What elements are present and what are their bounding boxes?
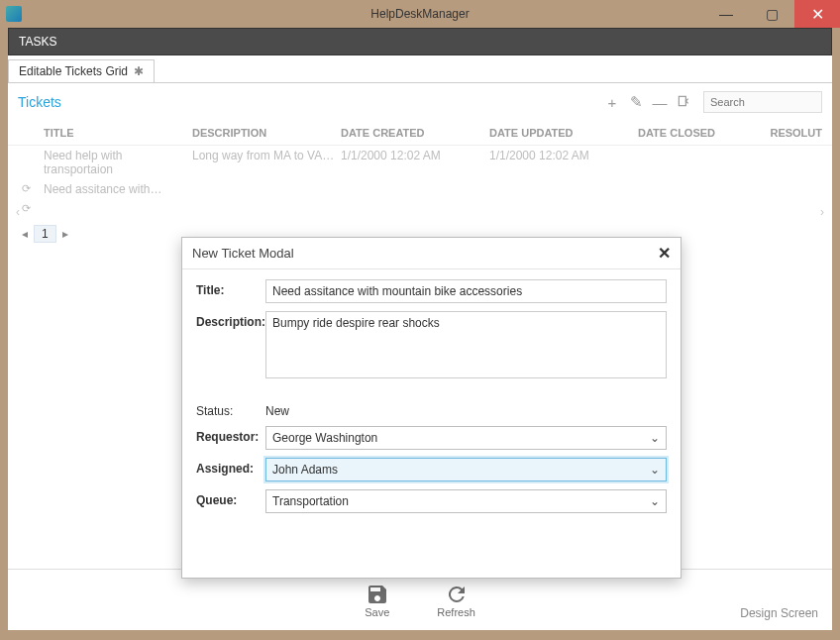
pager-current[interactable]: 1 bbox=[34, 225, 56, 243]
scroll-right-icon[interactable]: › bbox=[820, 205, 824, 219]
loading-icon: ⟳ bbox=[22, 202, 31, 215]
content-area: Tickets + ✎ — 🔍 TITLE DESCRIPTION DATE C… bbox=[8, 83, 832, 630]
label-status: Status: bbox=[196, 400, 265, 418]
refresh-icon bbox=[445, 583, 469, 606]
grid-header: TITLE DESCRIPTION DATE CREATED DATE UPDA… bbox=[8, 123, 832, 146]
status-value: New bbox=[265, 400, 289, 418]
label-description: Description: bbox=[196, 311, 265, 329]
tab-label: Editable Tickets Grid bbox=[19, 64, 128, 78]
tickets-heading[interactable]: Tickets bbox=[18, 94, 61, 110]
refresh-button[interactable]: Refresh bbox=[437, 583, 475, 618]
title-input[interactable] bbox=[265, 279, 667, 303]
cell-created: 1/1/2000 12:02 AM bbox=[341, 149, 489, 176]
export-icon[interactable] bbox=[675, 94, 692, 111]
design-screen-link[interactable]: Design Screen bbox=[740, 606, 818, 620]
label-title: Title: bbox=[196, 279, 265, 297]
cell-title: Need help with transportaion bbox=[44, 149, 192, 176]
requestor-value: George Washington bbox=[272, 431, 377, 445]
assigned-value: John Adams bbox=[272, 463, 338, 477]
search-input[interactable] bbox=[710, 96, 840, 108]
app-icon bbox=[6, 6, 22, 22]
col-description[interactable]: DESCRIPTION bbox=[192, 127, 341, 139]
modal-header[interactable]: New Ticket Modal ✕ bbox=[182, 238, 681, 269]
table-row[interactable]: ⟳ bbox=[8, 199, 832, 205]
window-controls: — ▢ ✕ bbox=[703, 0, 840, 28]
table-row[interactable]: ⟳ Need assitance with… bbox=[8, 179, 832, 199]
col-resolution[interactable]: RESOLUT bbox=[757, 127, 832, 139]
col-title[interactable]: TITLE bbox=[44, 127, 192, 139]
ribbon-tab-tasks[interactable]: TASKS bbox=[9, 29, 66, 54]
cell-description: Long way from MA to VA… bbox=[192, 149, 341, 176]
pin-icon[interactable]: ✱ bbox=[134, 64, 144, 78]
ribbon: TASKS bbox=[8, 28, 832, 55]
cell-updated: 1/1/2000 12:02 AM bbox=[489, 149, 638, 176]
cell-title: Need assitance with… bbox=[44, 182, 192, 196]
grid-toolbar: Tickets + ✎ — 🔍 bbox=[8, 83, 832, 117]
document-tabs: Editable Tickets Grid ✱ bbox=[8, 55, 832, 83]
save-button[interactable]: Save bbox=[365, 583, 389, 618]
search-box[interactable]: 🔍 bbox=[703, 91, 822, 113]
assigned-select[interactable]: John Adams ⌄ bbox=[265, 458, 667, 481]
window-titlebar: HelpDeskManager — ▢ ✕ bbox=[0, 0, 840, 28]
col-date-created[interactable]: DATE CREATED bbox=[341, 127, 489, 139]
save-label: Save bbox=[365, 606, 389, 618]
tab-editable-tickets-grid[interactable]: Editable Tickets Grid ✱ bbox=[8, 59, 155, 82]
remove-icon[interactable]: — bbox=[651, 94, 669, 111]
close-button[interactable]: ✕ bbox=[794, 0, 840, 28]
col-date-updated[interactable]: DATE UPDATED bbox=[489, 127, 638, 139]
save-icon bbox=[366, 583, 389, 606]
requestor-select[interactable]: George Washington ⌄ bbox=[265, 426, 667, 450]
col-date-closed[interactable]: DATE CLOSED bbox=[638, 127, 757, 139]
new-ticket-modal: New Ticket Modal ✕ Title: Description: B… bbox=[181, 237, 682, 579]
queue-value: Transportation bbox=[272, 494, 349, 508]
scroll-left-icon[interactable]: ‹ bbox=[16, 205, 20, 219]
chevron-down-icon: ⌄ bbox=[650, 494, 660, 508]
label-assigned: Assigned: bbox=[196, 458, 265, 476]
modal-title: New Ticket Modal bbox=[192, 246, 294, 261]
add-icon[interactable]: + bbox=[603, 94, 621, 111]
tickets-grid: TITLE DESCRIPTION DATE CREATED DATE UPDA… bbox=[8, 123, 832, 219]
modal-close-icon[interactable]: ✕ bbox=[658, 244, 671, 263]
loading-icon: ⟳ bbox=[22, 182, 31, 195]
description-input[interactable]: Bumpy ride despire rear shocks bbox=[265, 311, 667, 378]
minimize-button[interactable]: — bbox=[703, 0, 749, 28]
maximize-button[interactable]: ▢ bbox=[749, 0, 794, 28]
svg-rect-0 bbox=[679, 96, 685, 105]
pager-prev[interactable]: ◂ bbox=[22, 227, 28, 241]
label-queue: Queue: bbox=[196, 489, 265, 507]
chevron-down-icon: ⌄ bbox=[650, 463, 660, 477]
queue-select[interactable]: Transportation ⌄ bbox=[265, 489, 667, 513]
edit-icon[interactable]: ✎ bbox=[627, 93, 645, 111]
label-requestor: Requestor: bbox=[196, 426, 265, 444]
chevron-down-icon: ⌄ bbox=[650, 431, 660, 445]
refresh-label: Refresh bbox=[437, 606, 475, 618]
table-row[interactable]: Need help with transportaion Long way fr… bbox=[8, 146, 832, 179]
pager-next[interactable]: ▸ bbox=[62, 227, 68, 241]
